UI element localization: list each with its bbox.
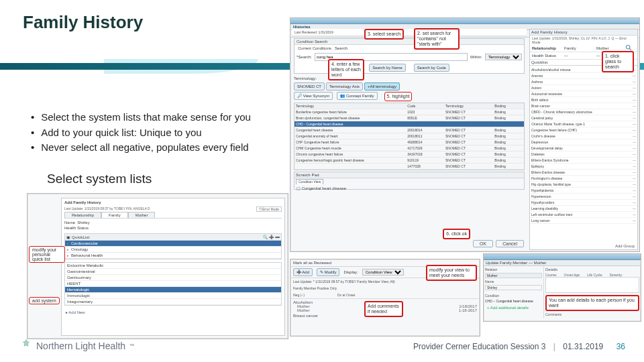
- scratch-item: Congenital heart disease: [302, 186, 346, 190]
- concept-family[interactable]: 👥 Concept Family: [337, 92, 377, 100]
- s2-last: Last Update: 1/31/2019 08:37 by TOBEY FI…: [64, 206, 150, 210]
- s4-title: Update Family Member — Mother: [486, 261, 546, 265]
- s2-header: Add Family History: [64, 200, 101, 204]
- callout-add-system: add system: [29, 297, 60, 304]
- list-item[interactable]: Diabetes—: [531, 152, 636, 158]
- ql-cardio[interactable]: Cardiovascular: [65, 241, 281, 247]
- list-item[interactable]: Hip dysplasia, familial type—: [531, 182, 636, 188]
- callout-select-search: 3. select search: [364, 29, 404, 40]
- condition-list: Alcoholism/alcohol misuse—Anemia—Asthma—…: [530, 66, 637, 225]
- col-family[interactable]: Family: [101, 212, 128, 218]
- details-label: Details: [545, 267, 639, 272]
- search-by-name-button[interactable]: Search by Name: [369, 64, 406, 72]
- list-item[interactable]: Depression—: [531, 139, 636, 145]
- sys-opt[interactable]: Endocrine Metabolic: [65, 263, 281, 269]
- callout-add-comments: Add comments if needed: [364, 301, 403, 317]
- list-item[interactable]: Hyperlipidemia—: [531, 188, 636, 194]
- page-number: 36: [616, 342, 625, 351]
- add-group-link[interactable]: Add Group: [615, 244, 635, 248]
- bullet-item: Never select all negative, populates eve…: [41, 140, 248, 156]
- callout-highlight: 5. highlight: [384, 92, 413, 101]
- sys-opt[interactable]: Integumentary: [65, 299, 281, 305]
- sys-opt[interactable]: Immunologic: [65, 293, 281, 299]
- search-icon[interactable]: [625, 44, 632, 51]
- name-field[interactable]: Shirley: [485, 285, 542, 290]
- list-item[interactable]: Ehlers-Danlos disease—: [531, 170, 636, 176]
- search-label: *Search:: [297, 55, 312, 59]
- callout-add-details: You can add details to each person if yo…: [545, 295, 639, 311]
- sys-opt[interactable]: Gastrointestinal: [65, 269, 281, 275]
- list-item[interactable]: Developmental delay—: [531, 145, 636, 152]
- add-additional-details[interactable]: + Add additional details: [485, 304, 542, 311]
- relationship-family[interactable]: Family: [564, 46, 592, 50]
- table-row-selected[interactable]: CHD - Congenital heart disease: [294, 121, 524, 127]
- table-row: Congestive hemorrhagic gastric heart dis…: [294, 158, 524, 164]
- session-date: 01.31.2019: [563, 342, 603, 351]
- bullet-item: Select the system lists that make sense …: [41, 110, 251, 125]
- scratch-pad-header: Scratch Pad: [294, 172, 524, 178]
- logo-icon: [20, 339, 32, 353]
- within-label: Within:: [470, 55, 482, 59]
- ok-button[interactable]: OK: [473, 240, 493, 247]
- list-item[interactable]: Hypertension—: [531, 194, 636, 200]
- list-item[interactable]: Charcot Marie Tooth disease, type 1—: [531, 121, 636, 127]
- callout-click-glass: 1. click glass to search: [602, 51, 634, 72]
- brand-name: Northern Light Health: [36, 341, 125, 351]
- footer: Northern Light Health™ Provider Cerner E…: [0, 334, 644, 358]
- subhead: Select system lists: [47, 172, 152, 186]
- right-last-update: Last Update: 1/31/2019, Shirley; CL LV: …: [530, 36, 637, 45]
- sys-opt[interactable]: HEENT: [65, 281, 281, 287]
- bullet-list: •Select the system lists that make sense…: [31, 110, 251, 156]
- list-item[interactable]: Epilepsy—: [531, 164, 636, 170]
- list-item[interactable]: Ehlers-Danlos Syndrome—: [531, 158, 636, 164]
- modify-button[interactable]: ✎ Modify: [317, 268, 339, 276]
- term-axis[interactable]: Terminology Axis: [326, 82, 363, 90]
- fmpv: Family Member Positive Only: [293, 286, 337, 290]
- list-item[interactable]: Hypothyroidism—: [531, 200, 636, 206]
- list-item[interactable]: Asthma—: [531, 79, 636, 85]
- session-name: Provider Cerner Education Session 3: [413, 342, 545, 351]
- list-item[interactable]: Birth defect—: [531, 97, 636, 103]
- list-item[interactable]: Autosomal recessive—: [531, 91, 636, 97]
- list-item[interactable]: Lung cancer—: [531, 218, 636, 224]
- list-item[interactable]: Brain cancer—: [531, 103, 636, 109]
- relationship-mother[interactable]: Mother: [596, 46, 625, 50]
- list-item[interactable]: Autism—: [531, 85, 636, 91]
- bullet-item: Add to your quick list: Unique to you: [41, 125, 201, 141]
- relation-field[interactable]: Mother: [485, 273, 542, 278]
- within-select[interactable]: Terminology: [485, 54, 522, 60]
- list-item[interactable]: CBFD - Chronic inflammatory obstructive—: [531, 109, 636, 115]
- col-relationship: Relationship: [64, 212, 101, 218]
- sys-opt[interactable]: Hematologic: [65, 287, 281, 293]
- screenshot-update-member: Update Family Member — Mother Relation M…: [483, 253, 641, 322]
- callout-contains: 2. set search for "contains" not "starts…: [414, 28, 460, 50]
- table-row: CHF Congestive heart failure49288014SNOM…: [294, 139, 524, 145]
- results-grid: TerminologyCodeTerminologyBinding Border…: [294, 103, 525, 170]
- ql-onc[interactable]: Oncology: [65, 247, 281, 253]
- s3-last: Last Update: * 1/31/2019 08:57 by TOBEY …: [293, 280, 395, 284]
- table-row: CHM Congestive heart muscle41717029SNOME…: [294, 145, 524, 152]
- list-item[interactable]: Congestive heart failure (CHF)—: [531, 127, 636, 133]
- cancel-button[interactable]: Cancel: [496, 240, 524, 247]
- add-button[interactable]: ➕ Add: [293, 268, 313, 276]
- list-item[interactable]: Cerebral palsy—: [531, 115, 636, 121]
- list-item[interactable]: Huntington's disease—: [531, 176, 636, 182]
- display-select[interactable]: Condition View: [362, 269, 404, 276]
- add-new-link[interactable]: Add New: [68, 310, 85, 314]
- list-item[interactable]: Anemia—: [531, 73, 636, 79]
- term-all[interactable]: +All terminology: [364, 82, 400, 90]
- list-item[interactable]: Crohn's disease—: [531, 133, 636, 139]
- view-synonym[interactable]: 🔎 View Synonym: [294, 92, 333, 100]
- col-mother[interactable]: Mother: [128, 212, 156, 218]
- ql-behav[interactable]: Behavioral Health: [65, 253, 281, 259]
- sys-opt[interactable]: Genitourinary: [65, 275, 281, 281]
- table-row: Congenital heart disease20018014SNOMED C…: [294, 127, 524, 133]
- screenshot-condition-view: Mark all as Reviewed ➕ Add ✎ Modify Disp…: [290, 259, 480, 337]
- list-item[interactable]: Learning disability—: [531, 206, 636, 212]
- list-item[interactable]: Left ventricular outflow tract—: [531, 212, 636, 218]
- term-snomed[interactable]: SNOMED CT: [294, 82, 325, 90]
- scratch-tab[interactable]: Condition View: [296, 179, 323, 184]
- comments-label: Comments: [545, 312, 639, 316]
- quicklist-label: QuickList: [72, 235, 89, 239]
- search-by-code-button[interactable]: Search by Code: [414, 64, 449, 72]
